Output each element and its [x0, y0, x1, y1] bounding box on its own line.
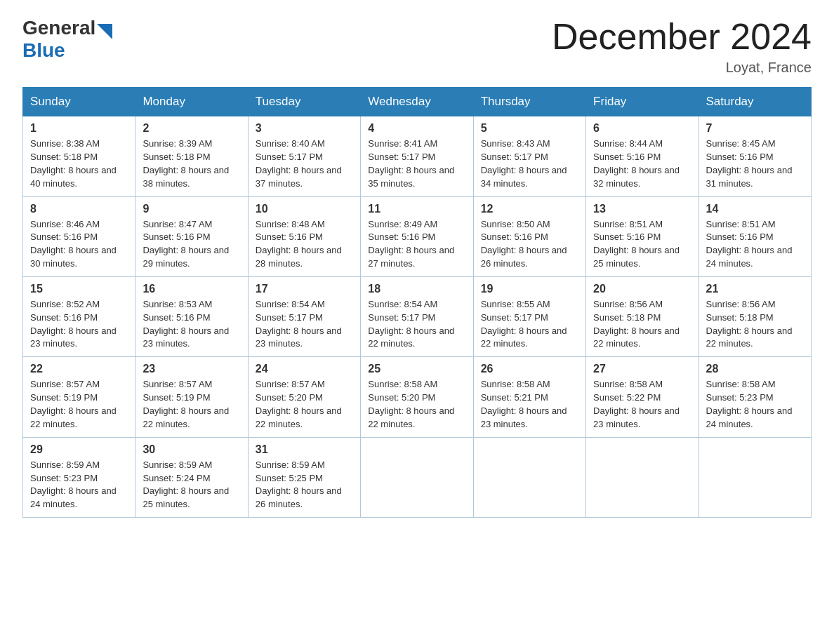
weekday-header-sunday: Sunday	[23, 88, 135, 116]
calendar-cell: 26 Sunrise: 8:58 AMSunset: 5:21 PMDaylig…	[473, 357, 585, 437]
day-number: 31	[256, 443, 353, 456]
day-info: Sunrise: 8:57 AMSunset: 5:19 PMDaylight:…	[143, 379, 229, 429]
day-number: 9	[143, 203, 240, 215]
calendar-cell: 30 Sunrise: 8:59 AMSunset: 5:24 PMDaylig…	[135, 437, 248, 517]
weekday-header-row: SundayMondayTuesdayWednesdayThursdayFrid…	[23, 88, 812, 116]
calendar-header: SundayMondayTuesdayWednesdayThursdayFrid…	[23, 88, 812, 116]
day-number: 6	[593, 122, 691, 135]
day-info: Sunrise: 8:56 AMSunset: 5:18 PMDaylight:…	[706, 299, 793, 349]
weekday-header-thursday: Thursday	[473, 88, 585, 116]
day-number: 8	[30, 203, 128, 215]
calendar-cell: 27 Sunrise: 8:58 AMSunset: 5:22 PMDaylig…	[586, 357, 699, 437]
day-number: 17	[256, 283, 353, 295]
day-info: Sunrise: 8:58 AMSunset: 5:23 PMDaylight:…	[706, 379, 793, 429]
day-number: 24	[256, 363, 353, 375]
day-info: Sunrise: 8:40 AMSunset: 5:17 PMDaylight:…	[256, 138, 342, 189]
day-number: 14	[706, 203, 804, 215]
day-number: 15	[30, 283, 128, 295]
day-info: Sunrise: 8:46 AMSunset: 5:16 PMDaylight:…	[30, 219, 117, 269]
calendar-cell: 16 Sunrise: 8:53 AMSunset: 5:16 PMDaylig…	[135, 276, 248, 356]
calendar-cell: 14 Sunrise: 8:51 AMSunset: 5:16 PMDaylig…	[699, 196, 811, 276]
calendar-cell: 29 Sunrise: 8:59 AMSunset: 5:23 PMDaylig…	[23, 437, 135, 517]
calendar-cell: 25 Sunrise: 8:58 AMSunset: 5:20 PMDaylig…	[361, 357, 473, 437]
logo-blue-text: Blue	[22, 39, 65, 61]
calendar-cell: 20 Sunrise: 8:56 AMSunset: 5:18 PMDaylig…	[586, 276, 699, 356]
day-info: Sunrise: 8:44 AMSunset: 5:16 PMDaylight:…	[593, 138, 680, 189]
day-info: Sunrise: 8:53 AMSunset: 5:16 PMDaylight:…	[143, 299, 229, 349]
calendar-cell: 23 Sunrise: 8:57 AMSunset: 5:19 PMDaylig…	[135, 357, 248, 437]
calendar-cell: 15 Sunrise: 8:52 AMSunset: 5:16 PMDaylig…	[23, 276, 135, 356]
day-number: 18	[368, 283, 465, 295]
calendar-table: SundayMondayTuesdayWednesdayThursdayFrid…	[22, 87, 812, 518]
calendar-cell: 22 Sunrise: 8:57 AMSunset: 5:19 PMDaylig…	[23, 357, 135, 437]
day-info: Sunrise: 8:59 AMSunset: 5:23 PMDaylight:…	[30, 459, 117, 510]
calendar-week-1: 1 Sunrise: 8:38 AMSunset: 5:18 PMDayligh…	[23, 116, 812, 196]
day-number: 16	[143, 283, 240, 295]
location-text: Loyat, France	[552, 60, 812, 76]
day-number: 11	[368, 203, 465, 215]
calendar-week-5: 29 Sunrise: 8:59 AMSunset: 5:23 PMDaylig…	[23, 437, 812, 517]
day-info: Sunrise: 8:59 AMSunset: 5:24 PMDaylight:…	[143, 459, 229, 510]
month-year-title: December 2024	[552, 17, 812, 57]
page-header: General Blue December 2024 Loyat, France	[22, 17, 812, 76]
day-number: 19	[481, 283, 578, 295]
calendar-week-2: 8 Sunrise: 8:46 AMSunset: 5:16 PMDayligh…	[23, 196, 812, 276]
day-info: Sunrise: 8:58 AMSunset: 5:21 PMDaylight:…	[481, 379, 567, 429]
day-info: Sunrise: 8:50 AMSunset: 5:16 PMDaylight:…	[481, 219, 567, 269]
calendar-cell: 11 Sunrise: 8:49 AMSunset: 5:16 PMDaylig…	[361, 196, 473, 276]
day-info: Sunrise: 8:56 AMSunset: 5:18 PMDaylight:…	[593, 299, 680, 349]
weekday-header-monday: Monday	[135, 88, 248, 116]
day-info: Sunrise: 8:58 AMSunset: 5:22 PMDaylight:…	[593, 379, 680, 429]
day-number: 5	[481, 122, 578, 135]
day-info: Sunrise: 8:41 AMSunset: 5:17 PMDaylight:…	[368, 138, 454, 189]
calendar-cell: 19 Sunrise: 8:55 AMSunset: 5:17 PMDaylig…	[473, 276, 585, 356]
weekday-header-tuesday: Tuesday	[248, 88, 360, 116]
logo-arrow-icon	[97, 24, 112, 39]
day-number: 29	[30, 443, 128, 456]
day-info: Sunrise: 8:48 AMSunset: 5:16 PMDaylight:…	[256, 219, 342, 269]
day-number: 26	[481, 363, 578, 375]
calendar-cell: 12 Sunrise: 8:50 AMSunset: 5:16 PMDaylig…	[473, 196, 585, 276]
day-info: Sunrise: 8:54 AMSunset: 5:17 PMDaylight:…	[368, 299, 454, 349]
calendar-cell: 8 Sunrise: 8:46 AMSunset: 5:16 PMDayligh…	[23, 196, 135, 276]
calendar-cell: 2 Sunrise: 8:39 AMSunset: 5:18 PMDayligh…	[135, 116, 248, 196]
day-number: 23	[143, 363, 240, 375]
calendar-cell: 13 Sunrise: 8:51 AMSunset: 5:16 PMDaylig…	[586, 196, 699, 276]
day-info: Sunrise: 8:45 AMSunset: 5:16 PMDaylight:…	[706, 138, 793, 189]
day-number: 13	[593, 203, 691, 215]
weekday-header-saturday: Saturday	[699, 88, 811, 116]
day-number: 2	[143, 122, 240, 135]
calendar-cell	[361, 437, 473, 517]
calendar-cell: 4 Sunrise: 8:41 AMSunset: 5:17 PMDayligh…	[361, 116, 473, 196]
calendar-week-3: 15 Sunrise: 8:52 AMSunset: 5:16 PMDaylig…	[23, 276, 812, 356]
logo-general-text: General	[22, 17, 95, 39]
day-info: Sunrise: 8:57 AMSunset: 5:20 PMDaylight:…	[256, 379, 342, 429]
day-info: Sunrise: 8:52 AMSunset: 5:16 PMDaylight:…	[30, 299, 117, 349]
day-number: 22	[30, 363, 128, 375]
calendar-week-4: 22 Sunrise: 8:57 AMSunset: 5:19 PMDaylig…	[23, 357, 812, 437]
svg-marker-0	[97, 24, 112, 39]
day-number: 30	[143, 443, 240, 456]
day-number: 21	[706, 283, 804, 295]
calendar-cell: 6 Sunrise: 8:44 AMSunset: 5:16 PMDayligh…	[586, 116, 699, 196]
day-info: Sunrise: 8:57 AMSunset: 5:19 PMDaylight:…	[30, 379, 117, 429]
day-number: 20	[593, 283, 691, 295]
day-number: 10	[256, 203, 353, 215]
day-info: Sunrise: 8:55 AMSunset: 5:17 PMDaylight:…	[481, 299, 567, 349]
day-info: Sunrise: 8:43 AMSunset: 5:17 PMDaylight:…	[481, 138, 567, 189]
day-number: 25	[368, 363, 465, 375]
day-number: 12	[481, 203, 578, 215]
calendar-cell: 24 Sunrise: 8:57 AMSunset: 5:20 PMDaylig…	[248, 357, 360, 437]
title-area: December 2024 Loyat, France	[552, 17, 812, 76]
calendar-cell	[586, 437, 699, 517]
day-info: Sunrise: 8:54 AMSunset: 5:17 PMDaylight:…	[256, 299, 342, 349]
day-info: Sunrise: 8:47 AMSunset: 5:16 PMDaylight:…	[143, 219, 229, 269]
day-info: Sunrise: 8:59 AMSunset: 5:25 PMDaylight:…	[256, 459, 342, 510]
logo: General Blue	[22, 17, 112, 62]
calendar-cell: 17 Sunrise: 8:54 AMSunset: 5:17 PMDaylig…	[248, 276, 360, 356]
day-info: Sunrise: 8:58 AMSunset: 5:20 PMDaylight:…	[368, 379, 454, 429]
calendar-cell	[699, 437, 811, 517]
day-info: Sunrise: 8:38 AMSunset: 5:18 PMDaylight:…	[30, 138, 117, 189]
calendar-cell: 10 Sunrise: 8:48 AMSunset: 5:16 PMDaylig…	[248, 196, 360, 276]
day-info: Sunrise: 8:39 AMSunset: 5:18 PMDaylight:…	[143, 138, 229, 189]
